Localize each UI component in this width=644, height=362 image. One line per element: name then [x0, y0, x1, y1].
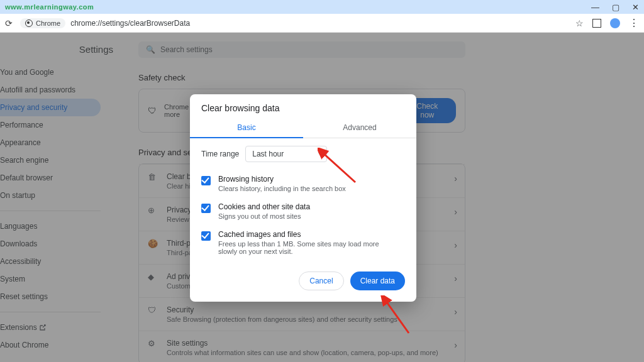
clear-browsing-data-dialog: Clear browsing data Basic Advanced Time …: [190, 94, 416, 302]
checkbox-subtitle: Signs you out of most sites: [218, 212, 310, 220]
address-bar: ⟳ Chrome chrome://settings/clearBrowserD…: [0, 14, 644, 33]
time-range-label: Time range: [201, 150, 239, 158]
window-controls: — ▢ ✕: [591, 3, 639, 12]
checkbox-title: Cached images and files: [218, 230, 388, 239]
checkbox-icon[interactable]: [201, 176, 211, 185]
tab-advanced[interactable]: Advanced: [303, 118, 416, 138]
maximize-button[interactable]: ▢: [612, 3, 619, 12]
chrome-icon: [25, 19, 33, 27]
bookmark-icon[interactable]: ☆: [575, 18, 584, 28]
dialog-title: Clear browsing data: [190, 94, 416, 118]
url-text[interactable]: chrome://settings/clearBrowserData: [70, 19, 570, 28]
close-button[interactable]: ✕: [632, 3, 639, 12]
tab-basic[interactable]: Basic: [190, 118, 303, 138]
checkbox-subtitle: Clears history, including in the search …: [218, 185, 346, 192]
cancel-button[interactable]: Cancel: [299, 272, 343, 290]
checkbox-title: Browsing history: [218, 175, 346, 184]
time-range-select[interactable]: Last hour: [245, 146, 327, 162]
checkbox-icon[interactable]: [201, 231, 211, 241]
dialog-tabs: Basic Advanced: [190, 118, 416, 138]
checkbox-browsing-history[interactable]: Browsing history Clears history, includi…: [190, 170, 416, 197]
clear-data-button[interactable]: Clear data: [350, 272, 405, 290]
site-chip[interactable]: Chrome: [20, 18, 65, 28]
checkbox-cache[interactable]: Cached images and files Frees up less th…: [190, 225, 416, 260]
reload-icon[interactable]: ⟳: [5, 18, 15, 28]
toolbar-icons: ☆ ⋮: [575, 18, 639, 28]
checkbox-cookies[interactable]: Cookies and other site data Signs you ou…: [190, 197, 416, 225]
checkbox-icon[interactable]: [201, 204, 211, 213]
watermark-text: www.mrlearningway.com: [5, 3, 94, 11]
checkbox-title: Cookies and other site data: [218, 202, 310, 211]
panel-icon[interactable]: [592, 19, 601, 28]
window-titlebar: www.mrlearningway.com — ▢ ✕: [0, 0, 644, 14]
profile-avatar-icon[interactable]: [610, 18, 620, 28]
minimize-button[interactable]: —: [591, 3, 599, 12]
menu-icon[interactable]: ⋮: [629, 20, 639, 26]
time-range-value: Last hour: [252, 150, 284, 158]
dialog-footer: Cancel Clear data: [190, 260, 416, 302]
time-range-row: Time range Last hour: [190, 138, 416, 170]
site-chip-label: Chrome: [36, 19, 60, 27]
checkbox-subtitle: Frees up less than 1 MB. Some sites may …: [218, 240, 388, 255]
